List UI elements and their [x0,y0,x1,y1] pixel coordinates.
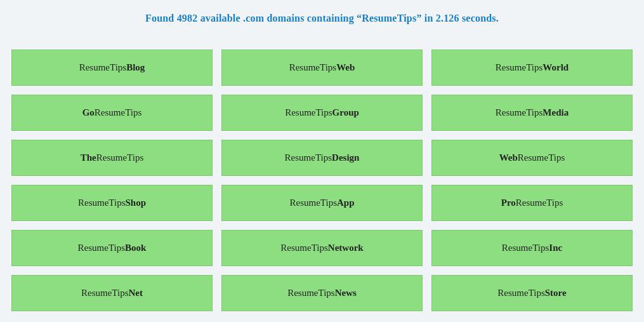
domain-card[interactable]: ResumeTipsNews [221,275,423,311]
domain-suffix: Web [336,62,355,72]
domain-base: ResumeTips [285,107,332,117]
domain-card[interactable]: ResumeTipsBook [11,230,213,266]
domain-base: ResumeTips [78,198,125,208]
domain-card[interactable]: ResumeTipsShop [11,185,213,221]
domain-suffix: Blog [126,62,145,72]
results-heading: Found 4982 available .com domains contai… [11,13,633,24]
domain-suffix: Net [128,288,143,298]
domain-card[interactable]: WebResumeTips [431,140,633,176]
domain-base: ResumeTips [496,107,542,117]
domain-card[interactable]: ResumeTipsStore [431,275,633,311]
domain-card[interactable]: ResumeTipsGroup [221,95,423,131]
domain-base: ResumeTips [96,152,143,163]
domain-card[interactable]: ProResumeTips [431,185,633,221]
domain-base: ResumeTips [280,243,327,253]
domain-suffix: Book [125,243,146,253]
domain-base: ResumeTips [518,152,565,163]
domain-prefix: Web [499,152,518,163]
domain-base: ResumeTips [289,62,336,72]
domain-base: ResumeTips [497,288,544,298]
domain-grid: ResumeTipsBlogResumeTipsWebResumeTipsWor… [11,50,633,311]
domain-suffix: App [337,198,355,208]
domain-suffix: Media [542,107,568,117]
domain-card[interactable]: GoResumeTips [11,95,213,131]
domain-base: ResumeTips [496,62,542,72]
domain-prefix: The [81,152,96,163]
domain-suffix: Network [328,243,364,253]
domain-card[interactable]: ResumeTipsNetwork [221,230,423,266]
domain-suffix: Store [545,288,567,298]
domain-base: ResumeTips [502,243,549,253]
domain-suffix: Shop [125,198,146,208]
domain-base: ResumeTips [285,152,332,163]
domain-base: ResumeTips [81,288,128,298]
domain-card[interactable]: ResumeTipsApp [221,185,423,221]
domain-card[interactable]: ResumeTipsInc [431,230,633,266]
domain-card[interactable]: ResumeTipsMedia [431,95,633,131]
domain-base: ResumeTips [290,198,337,208]
domain-base: ResumeTips [516,198,563,208]
domain-base: ResumeTips [78,243,125,253]
domain-suffix: World [542,62,568,72]
domain-prefix: Go [82,107,95,117]
domain-base: ResumeTips [79,62,126,72]
domain-suffix: Design [332,152,359,163]
domain-card[interactable]: ResumeTipsDesign [221,140,423,176]
domain-prefix: Pro [501,198,516,208]
domain-card[interactable]: ResumeTipsBlog [11,50,213,86]
domain-card[interactable]: ResumeTipsWeb [221,50,423,86]
domain-suffix: Inc [549,243,562,253]
domain-card[interactable]: TheResumeTips [11,140,213,176]
domain-suffix: Group [332,107,359,117]
domain-suffix: News [335,288,357,298]
domain-card[interactable]: ResumeTipsNet [11,275,213,311]
domain-card[interactable]: ResumeTipsWorld [431,50,633,86]
domain-base: ResumeTips [287,288,334,298]
domain-base: ResumeTips [95,107,141,117]
